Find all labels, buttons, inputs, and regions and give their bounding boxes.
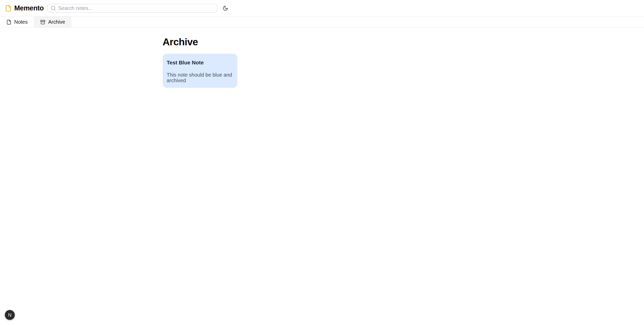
app-header: Memento bbox=[0, 0, 644, 17]
tab-archive-label: Archive bbox=[48, 19, 65, 25]
archive-icon bbox=[40, 20, 45, 25]
tab-bar: Notes Archive bbox=[0, 17, 644, 28]
page-title: Archive bbox=[163, 36, 482, 48]
tab-notes-label: Notes bbox=[14, 19, 28, 25]
note-title: Test Blue Note bbox=[167, 60, 234, 65]
app-title: Memento bbox=[14, 4, 44, 12]
moon-icon bbox=[223, 5, 228, 11]
note-body: This note should be blue and archived bbox=[167, 72, 234, 83]
avatar-button[interactable]: N bbox=[5, 310, 15, 320]
tab-notes[interactable]: Notes bbox=[0, 17, 34, 27]
theme-toggle-button[interactable] bbox=[221, 3, 230, 13]
notes-grid: Test Blue Note This note should be blue … bbox=[163, 54, 482, 88]
file-icon bbox=[6, 20, 11, 25]
tab-archive[interactable]: Archive bbox=[34, 17, 72, 27]
file-icon bbox=[5, 5, 12, 12]
search-bar bbox=[47, 4, 217, 13]
avatar-initial: N bbox=[8, 312, 12, 318]
search-input[interactable] bbox=[58, 5, 214, 11]
note-card[interactable]: Test Blue Note This note should be blue … bbox=[163, 54, 238, 88]
brand: Memento bbox=[5, 4, 44, 12]
search-icon bbox=[51, 6, 56, 11]
main-content: Archive Test Blue Note This note should … bbox=[163, 28, 482, 88]
